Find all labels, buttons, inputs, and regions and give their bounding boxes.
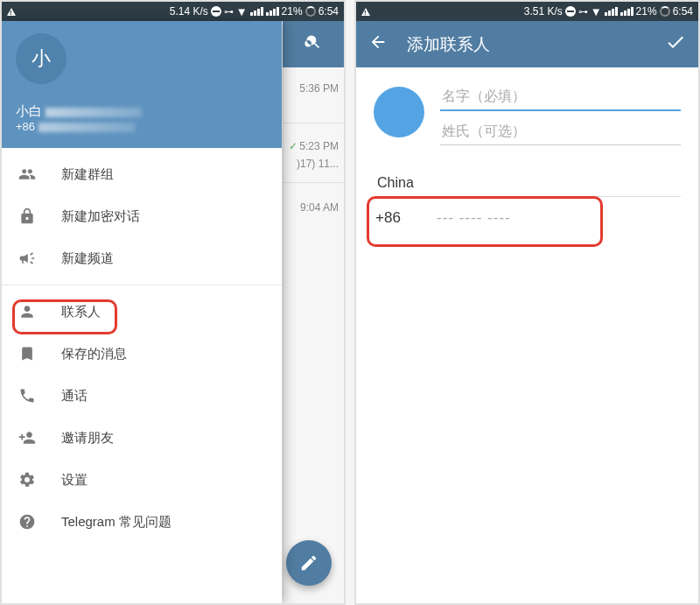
chat-preview-2: )17) 11... [288,158,339,170]
loading-icon [660,6,670,17]
wifi-icon: ▼ [236,5,248,18]
signal-icon-2 [266,7,279,16]
warning-icon [7,8,16,16]
person-add-icon [18,429,37,447]
drawer-item-label: 新建加密对话 [61,208,140,225]
help-icon [18,513,37,531]
country-selector[interactable]: China [375,175,681,196]
calling-code[interactable]: +86 [375,209,416,227]
avatar-initial: 小 [32,46,51,72]
read-check-icon: ✓ [289,140,298,152]
drawer-item-calls[interactable]: 通话 [2,375,282,417]
lock-icon [18,208,37,225]
page-title: 添加联系人 [407,33,646,56]
navigation-drawer: 小 小白 +86 新建群组 新建加密对话 新建频道 [2,21,282,603]
search-icon[interactable] [304,33,322,55]
divider [2,285,282,285]
drawer-item-saved-messages[interactable]: 保存的消息 [2,333,282,375]
first-name-field[interactable] [440,81,681,111]
drawer-item-settings[interactable]: 设置 [2,459,282,501]
signal-icon-2 [620,7,634,16]
warning-icon [361,8,370,16]
dnd-icon [211,6,221,17]
drawer-item-new-group[interactable]: 新建群组 [2,153,282,195]
user-name: 小白 [16,103,268,120]
chat-time-3: 9:04 AM [288,201,339,214]
battery-pct: 21% [636,5,657,18]
drawer-item-contacts[interactable]: 联系人 [2,291,282,333]
drawer-item-faq[interactable]: Telegram 常见问题 [2,501,282,543]
main-appbar-partial [283,21,344,67]
chat-time-2: ✓5:23 PM [288,140,339,152]
drawer-item-label: 邀请朋友 [61,430,114,447]
contact-icon [18,303,37,320]
battery-pct: 21% [282,5,303,18]
drawer-item-label: 设置 [61,472,88,489]
network-speed: 3.51 K/s [524,5,563,18]
drawer-item-new-secret-chat[interactable]: 新建加密对话 [2,195,282,237]
bookmark-icon [18,345,37,362]
group-icon [18,165,37,183]
gear-icon [18,471,37,489]
clock: 6:54 [318,5,339,18]
drawer-item-label: 联系人 [61,304,101,320]
divider [283,123,344,123]
drawer-item-new-channel[interactable]: 新建频道 [2,237,282,279]
confirm-button[interactable] [665,32,686,58]
compose-fab[interactable] [286,540,332,586]
chat-time-1: 5:36 PM [288,82,339,95]
redacted [46,108,142,117]
phone-left: 5.14 K/s ⊶ ▼ 21% 6:54 5:36 PM ✓5:23 PM )… [0,0,346,605]
add-contact-appbar: 添加联系人 [356,21,698,67]
phone-icon [18,387,37,405]
status-bar: 3.51 K/s ⊶ ▼ 21% 6:54 [356,2,698,21]
loading-icon [305,6,316,17]
drawer-item-label: 新建群组 [61,166,114,183]
phone-number-field[interactable]: --- ---- ---- [437,209,511,227]
back-button[interactable] [368,32,388,57]
drawer-header[interactable]: 小 小白 +86 [2,21,282,148]
chat-list-partial [283,21,344,603]
status-bar: 5.14 K/s ⊶ ▼ 21% 6:54 [2,2,344,21]
wifi-icon: ▼ [591,5,602,18]
contact-avatar-placeholder[interactable] [374,87,424,137]
signal-icon [250,7,263,16]
network-speed: 5.14 K/s [170,5,208,18]
last-name-field[interactable] [440,116,681,145]
drawer-item-invite-friends[interactable]: 邀请朋友 [2,417,282,459]
user-avatar[interactable]: 小 [16,33,66,84]
drawer-item-label: 新建频道 [61,250,114,267]
dnd-icon [565,6,576,17]
divider [283,182,344,183]
add-contact-form: China +86 --- ---- ---- [356,67,698,241]
phone-right: 3.51 K/s ⊶ ▼ 21% 6:54 添加联系人 Ch [354,0,700,605]
drawer-item-label: Telegram 常见问题 [61,514,172,531]
vpn-key-icon: ⊶ [224,6,234,18]
megaphone-icon [18,250,37,267]
drawer-item-label: 保存的消息 [61,346,127,362]
signal-icon [605,7,618,16]
drawer-item-label: 通话 [61,388,88,405]
vpn-key-icon: ⊶ [578,6,588,18]
drawer-menu: 新建群组 新建加密对话 新建频道 联系人 保存的消息 通话 [2,148,282,603]
clock: 6:54 [673,5,693,18]
user-phone: +86 [16,120,268,133]
redacted [38,123,135,132]
